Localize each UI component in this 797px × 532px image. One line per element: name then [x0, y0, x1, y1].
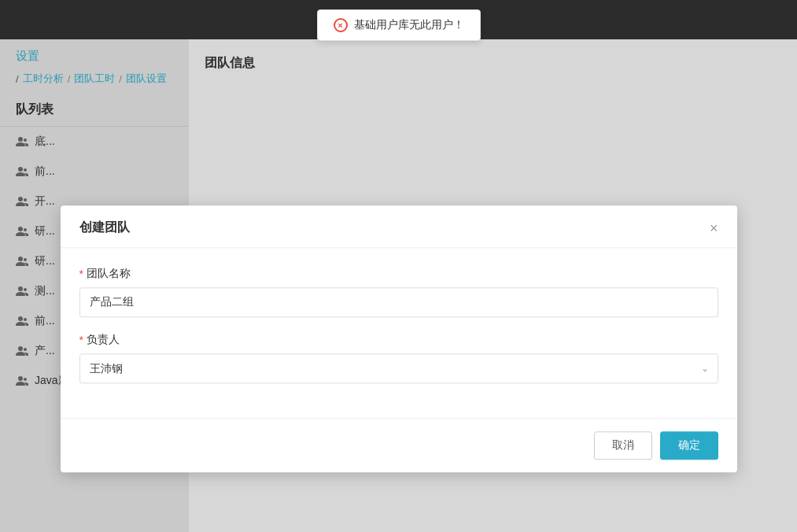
required-marker-2: * [79, 334, 83, 346]
modal-header: 创建团队 × [61, 205, 737, 248]
team-name-label: * 团队名称 [79, 267, 718, 281]
top-bar: × 基础用户库无此用户！ [0, 0, 797, 39]
modal-body: * 团队名称 * 负责人 王沛钢 ⌄ [61, 248, 737, 418]
responsible-person-select-wrapper: 王沛钢 ⌄ [79, 353, 718, 383]
modal-title: 创建团队 [79, 220, 130, 236]
modal-footer: 取消 确定 [61, 418, 737, 472]
error-icon: × [334, 18, 348, 32]
responsible-person-select[interactable]: 王沛钢 [79, 353, 718, 383]
page-background: 设置 / 工时分析 / 团队工时 / 团队设置 队列表 底... [0, 39, 797, 532]
responsible-person-field: * 负责人 王沛钢 ⌄ [79, 333, 718, 383]
responsible-person-label: * 负责人 [79, 333, 718, 347]
create-team-modal: 创建团队 × * 团队名称 * 负责人 王沛钢 [61, 205, 737, 472]
confirm-button[interactable]: 确定 [660, 431, 718, 460]
toast-notification: × 基础用户库无此用户！ [317, 9, 481, 41]
team-name-input[interactable] [79, 287, 718, 317]
modal-close-button[interactable]: × [710, 221, 718, 235]
toast-message: 基础用户库无此用户！ [354, 18, 464, 32]
team-name-field: * 团队名称 [79, 267, 718, 317]
required-marker-1: * [79, 268, 83, 280]
cancel-button[interactable]: 取消 [594, 431, 652, 460]
